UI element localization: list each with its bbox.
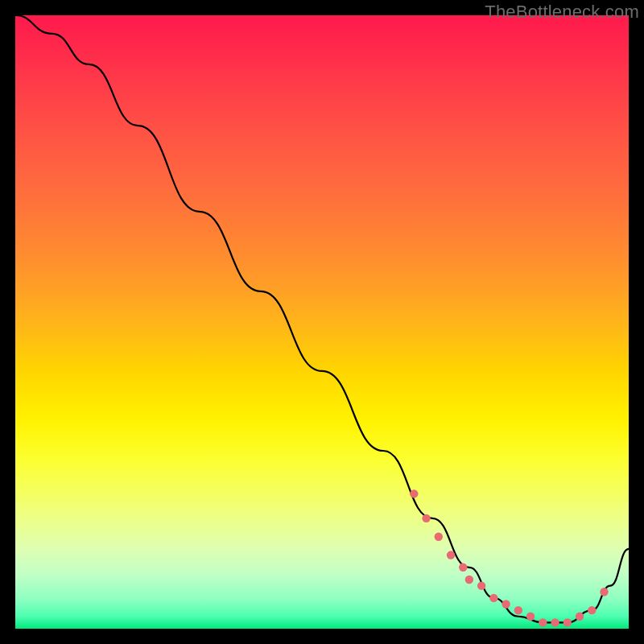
highlight-dot [447,551,455,559]
highlight-dot [410,489,418,497]
chart-plot-area [15,15,629,629]
highlight-dot [588,606,596,614]
highlight-dot [551,618,559,626]
chart-svg [15,15,629,629]
highlight-dot [502,600,510,608]
highlight-dot [564,618,572,626]
highlight-dot [576,613,584,621]
highlight-dot [600,588,608,596]
highlight-dot [514,606,522,614]
highlight-dot [526,613,535,621]
highlight-dot [489,594,497,602]
watermark-text: TheBottleneck.com [485,2,639,23]
highlight-dot [465,576,473,584]
chart-frame: TheBottleneck.com [0,0,644,644]
highlight-dot [539,618,547,626]
highlight-dot [477,581,485,589]
bottleneck-curve [15,15,629,622]
highlight-dot [435,533,443,541]
highlight-dot [422,514,430,522]
highlight-dot [459,564,467,572]
highlight-dots [410,489,609,626]
bottleneck-curve-path [15,15,629,622]
